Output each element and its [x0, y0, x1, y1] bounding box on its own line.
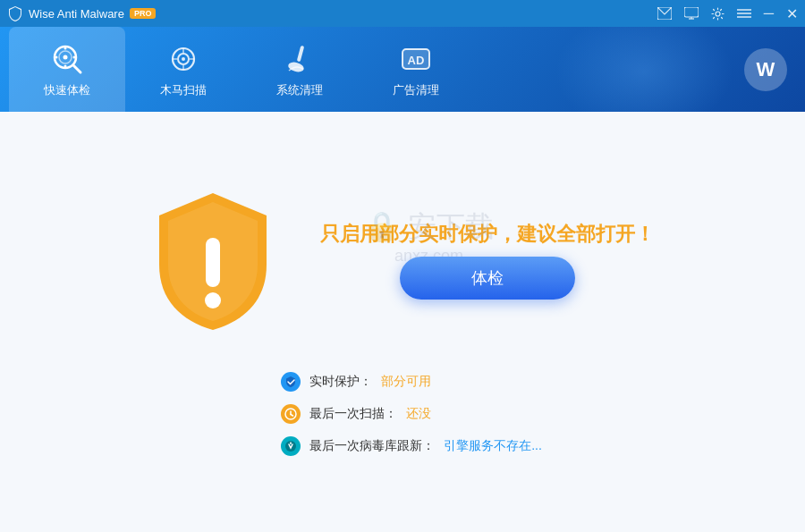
tab-ad-clean-label: 广告清理 — [393, 82, 439, 98]
tab-trojan-scan-label: 木马扫描 — [160, 82, 207, 98]
user-avatar[interactable]: W — [744, 48, 787, 91]
shield-icon — [150, 189, 275, 332]
last-update-value[interactable]: 引擎服务不存在... — [444, 438, 542, 454]
svg-point-12 — [64, 46, 67, 49]
svg-point-28 — [205, 292, 221, 308]
ad-clean-icon: AD — [398, 41, 434, 77]
tab-ad-clean[interactable]: AD 广告清理 — [358, 27, 474, 112]
status-section: 实时保护： 部分可用 最后一次扫描： 还没 — [263, 372, 542, 456]
main-content: 只启用部分实时保护，建议全部打开！ 🔒 安下载 anxz.com 体检 实时保护… — [0, 112, 805, 532]
realtime-protection-label: 实时保护： — [309, 374, 372, 390]
center-section: 只启用部分实时保护，建议全部打开！ 🔒 安下载 anxz.com 体检 — [320, 221, 655, 300]
title-bar: Wise Anti Malware PRO — [0, 0, 805, 27]
email-icon[interactable] — [657, 7, 672, 20]
title-bar-left: Wise Anti Malware PRO — [7, 5, 156, 21]
realtime-protection-icon — [281, 372, 301, 392]
svg-rect-27 — [206, 238, 220, 287]
tab-system-clean[interactable]: 系统清理 — [242, 27, 358, 112]
title-bar-right: ─ ✕ — [657, 5, 798, 22]
nav-bar: 快速体检 木马扫描 系统清理 — [0, 27, 805, 112]
status-last-update: 最后一次病毒库跟新： 引擎服务不存在... — [281, 436, 542, 456]
tab-system-clean-label: 系统清理 — [276, 82, 323, 98]
svg-point-13 — [64, 64, 67, 67]
pro-badge: PRO — [130, 8, 157, 19]
scan-button-wrap: 🔒 安下载 anxz.com 体检 — [400, 257, 575, 300]
app-title: Wise Anti Malware — [29, 7, 124, 21]
last-scan-value: 还没 — [406, 406, 431, 422]
close-button[interactable]: ✕ — [786, 5, 798, 22]
svg-text:AD: AD — [408, 54, 425, 67]
status-realtime-protection: 实时保护： 部分可用 — [281, 372, 542, 392]
svg-rect-23 — [297, 45, 305, 61]
system-clean-icon — [282, 41, 318, 77]
menu-icon[interactable] — [737, 8, 751, 19]
svg-line-11 — [73, 65, 80, 72]
warning-text: 只启用部分实时保护，建议全部打开！ — [320, 221, 655, 248]
tab-quick-scan[interactable]: 快速体检 — [9, 27, 125, 112]
tab-quick-scan-label: 快速体检 — [44, 82, 90, 98]
svg-rect-1 — [684, 7, 699, 17]
top-section: 只启用部分实时保护，建议全部打开！ 🔒 安下载 anxz.com 体检 — [150, 189, 655, 332]
last-update-icon — [281, 436, 301, 456]
app-logo-icon — [7, 5, 23, 21]
quick-scan-icon — [49, 41, 85, 77]
last-update-label: 最后一次病毒库跟新： — [309, 438, 435, 454]
svg-point-15 — [73, 55, 76, 58]
monitor-icon[interactable] — [684, 7, 699, 20]
svg-line-31 — [291, 414, 293, 416]
last-scan-label: 最后一次扫描： — [309, 406, 397, 422]
svg-point-14 — [55, 55, 58, 58]
tab-trojan-scan[interactable]: 木马扫描 — [125, 27, 242, 112]
svg-point-18 — [182, 57, 185, 61]
trojan-scan-icon — [165, 41, 201, 77]
svg-point-4 — [716, 12, 720, 16]
minimize-button[interactable]: ─ — [764, 6, 774, 21]
last-scan-icon — [281, 404, 301, 424]
settings-icon[interactable] — [711, 7, 724, 21]
realtime-protection-value[interactable]: 部分可用 — [381, 374, 431, 390]
scan-button[interactable]: 体检 — [400, 257, 575, 300]
svg-point-10 — [64, 55, 68, 59]
status-last-scan: 最后一次扫描： 还没 — [281, 404, 542, 424]
